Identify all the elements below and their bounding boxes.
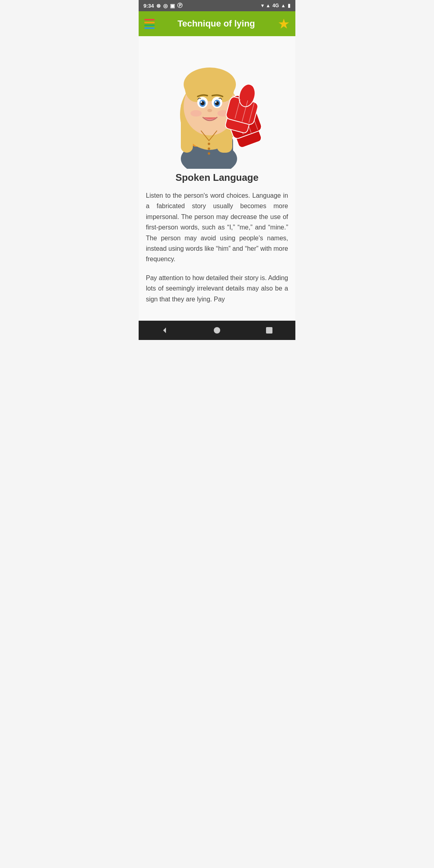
svg-point-39 — [208, 152, 210, 155]
recents-button[interactable] — [261, 322, 277, 338]
status-bar: 9:34 ⊗ ◎ ▣ Ⓟ ▾ ▲ 4G ▲ ▮ — [139, 0, 295, 11]
svg-point-21 — [215, 101, 217, 103]
favorite-button[interactable]: ★ — [278, 17, 290, 31]
hamburger-line-2 — [144, 22, 155, 23]
svg-point-23 — [190, 110, 202, 117]
character-svg — [161, 44, 273, 169]
hamburger-line-3 — [144, 25, 155, 26]
back-button[interactable] — [157, 322, 173, 338]
status-right: ▾ ▲ 4G ▲ ▮ — [261, 3, 291, 8]
bottom-nav-bar — [139, 321, 295, 340]
parking-icon: Ⓟ — [177, 2, 182, 9]
svg-point-22 — [207, 109, 212, 112]
chrome-icon: ◎ — [163, 3, 168, 9]
svg-point-38 — [208, 147, 210, 150]
section-title: Spoken Language — [146, 172, 288, 183]
signal-icon: ▲ — [266, 3, 270, 8]
svg-point-37 — [208, 143, 210, 145]
phone-icon: ⊗ — [156, 3, 161, 9]
menu-button[interactable] — [144, 19, 155, 29]
home-button[interactable] — [209, 322, 225, 338]
svg-marker-40 — [163, 328, 166, 333]
battery-icon: ▮ — [288, 3, 291, 8]
recents-icon — [264, 326, 274, 335]
hamburger-line-4 — [144, 27, 155, 29]
back-icon — [160, 326, 170, 335]
home-icon — [212, 326, 222, 335]
monitor-icon: ▣ — [170, 3, 175, 9]
hamburger-line-1 — [144, 19, 155, 20]
paragraph-2: Pay attention to how detailed their stor… — [146, 273, 288, 305]
svg-point-20 — [201, 101, 202, 103]
wifi-icon: ▾ — [261, 3, 264, 8]
paragraph-1: Listen to the person's word choices. Lan… — [146, 190, 288, 265]
signal-strength-icon: ▲ — [281, 3, 286, 8]
character-image — [161, 44, 273, 169]
main-content: Spoken Language Listen to the person's w… — [139, 36, 295, 321]
app-bar: Technique of lying ★ — [139, 11, 295, 36]
character-container — [146, 44, 288, 169]
svg-rect-42 — [266, 327, 272, 334]
svg-point-41 — [214, 327, 220, 334]
app-bar-title: Technique of lying — [155, 18, 278, 29]
time-display: 9:34 — [143, 3, 154, 9]
network-label: 4G — [272, 3, 279, 8]
status-left: 9:34 ⊗ ◎ ▣ Ⓟ — [143, 2, 182, 9]
